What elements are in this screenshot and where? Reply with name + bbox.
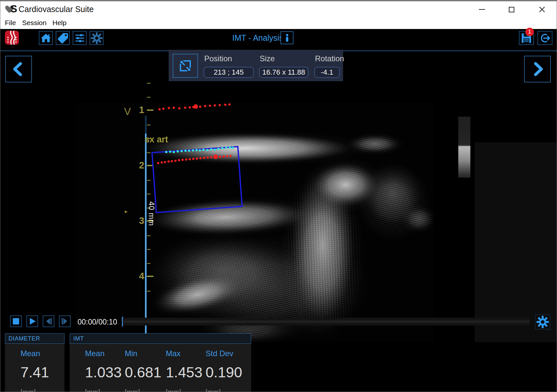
measurement-point (202, 149, 205, 151)
measurement-point (161, 161, 163, 164)
info-icon (286, 34, 288, 42)
measurement-point (228, 103, 231, 106)
viewport-side-area (475, 142, 557, 342)
depth-ruler-unit-label: 40 mm (147, 201, 156, 226)
settings-button[interactable] (90, 31, 104, 45)
metric-label: Max (166, 349, 208, 358)
measurement-point (193, 104, 198, 109)
measurement-point (219, 156, 221, 158)
ruler-minor-tick (147, 291, 150, 292)
adjustments-button[interactable] (73, 31, 87, 45)
measurement-point (167, 160, 170, 163)
metric-unit: [mm] (85, 388, 127, 392)
ruler-minor-tick (147, 263, 150, 264)
step-backward-button[interactable] (43, 315, 54, 327)
measurement-point (209, 105, 211, 107)
measurement-point (204, 105, 206, 107)
measurement-point (229, 155, 232, 157)
close-button[interactable] (537, 4, 547, 15)
measurement-point (178, 159, 180, 161)
rotation-field[interactable]: -4.1 (314, 67, 340, 78)
play-icon (27, 316, 37, 326)
gear-icon (91, 32, 103, 44)
measurement-point (221, 147, 223, 149)
ruler-tick-label: 1 (133, 105, 144, 115)
measurement-point (224, 104, 226, 106)
metric-unit: [mm] (166, 388, 208, 392)
menu-help[interactable]: Help (52, 19, 66, 27)
save-badge: 1 (525, 28, 534, 36)
position-label: Position (204, 54, 232, 63)
info-button[interactable] (280, 31, 293, 44)
cardiovascular-suite-window: { "window": { "title": "Cardiovascular S… (0, 0, 557, 392)
diameter-panel: DIAMETER Mean 7.41 [mm] (5, 333, 64, 392)
right-streak-echo (355, 162, 430, 240)
play-button[interactable] (26, 315, 38, 327)
position-field[interactable]: 213 ; 145 (204, 67, 254, 78)
measurement-point (206, 149, 208, 151)
diameter-mean-metric: Mean 7.41 [mm] (21, 346, 63, 392)
measurement-point (210, 156, 212, 158)
ruler-tick-label: 4 (133, 271, 144, 282)
measurement-point (171, 160, 173, 162)
ruler-minor-tick (147, 235, 150, 236)
step-forward-button[interactable] (59, 315, 71, 327)
metric-label: Mean (21, 349, 63, 358)
app-logo-icon (5, 31, 19, 45)
step-forward-icon (60, 316, 70, 326)
measurement-point (184, 150, 187, 152)
metric-value: 0.190 (206, 364, 248, 381)
chevron-left-icon (11, 61, 26, 77)
resize-roi-button[interactable] (173, 54, 198, 78)
exit-button[interactable] (537, 31, 552, 45)
diameter-panel-title: DIAMETER (5, 333, 64, 344)
measurement-point (173, 107, 175, 109)
logout-icon (539, 32, 551, 44)
stop-button[interactable] (10, 315, 22, 327)
measurement-point (164, 161, 166, 163)
measurement-point (210, 148, 212, 151)
depth-ruler-cap (145, 116, 147, 134)
imt-stddev-metric: Std Dev 0.190 [mm] (206, 346, 248, 392)
playback-settings-button[interactable] (535, 314, 550, 329)
home-button[interactable] (39, 31, 53, 45)
tag-icon (57, 32, 69, 44)
measurement-point (222, 155, 225, 158)
imt-panel: IMT Mean 1.033 [mm] Min 0.681 [mm] Max 1… (70, 333, 251, 392)
measurement-point (178, 107, 180, 109)
playhead[interactable] (122, 317, 123, 327)
measurement-point (158, 108, 161, 110)
previous-image-button[interactable] (5, 56, 32, 82)
depth-ruler (145, 134, 147, 342)
ruler-tick-label: 2 (133, 160, 144, 171)
menu-session[interactable]: Session (22, 19, 47, 27)
measurement-point (199, 106, 201, 108)
step-backward-icon (44, 316, 53, 326)
ruler-minor-tick (147, 152, 150, 153)
ruler-minor-tick (147, 194, 150, 195)
ruler-major-tick (147, 109, 153, 111)
ultrasound-image[interactable] (75, 102, 434, 342)
menu-file[interactable]: File (5, 19, 16, 27)
near-wall-echo-right (346, 133, 404, 155)
close-icon (539, 6, 545, 13)
measurement-point (180, 150, 183, 152)
measurement-point (192, 149, 194, 152)
progress-track[interactable] (124, 318, 530, 326)
maximize-button[interactable] (506, 4, 517, 15)
next-image-button[interactable] (524, 56, 551, 82)
measurement-point (214, 149, 216, 151)
metric-value: 0.681 (125, 364, 167, 381)
size-field[interactable]: 16.76 x 11.88 (259, 67, 308, 78)
measurement-point (219, 104, 221, 106)
size-label: Size (260, 54, 275, 63)
image-viewport: 1234 40 mm V sx art Position 2 (0, 51, 557, 314)
bright-cluster-echo (305, 157, 386, 212)
stop-icon (11, 316, 21, 326)
measurement-point (213, 154, 218, 159)
tags-button[interactable] (56, 31, 70, 45)
minimize-button[interactable] (477, 4, 487, 15)
measurement-point (174, 160, 177, 162)
measurement-point (217, 148, 220, 150)
chevron-right-icon (530, 61, 545, 77)
